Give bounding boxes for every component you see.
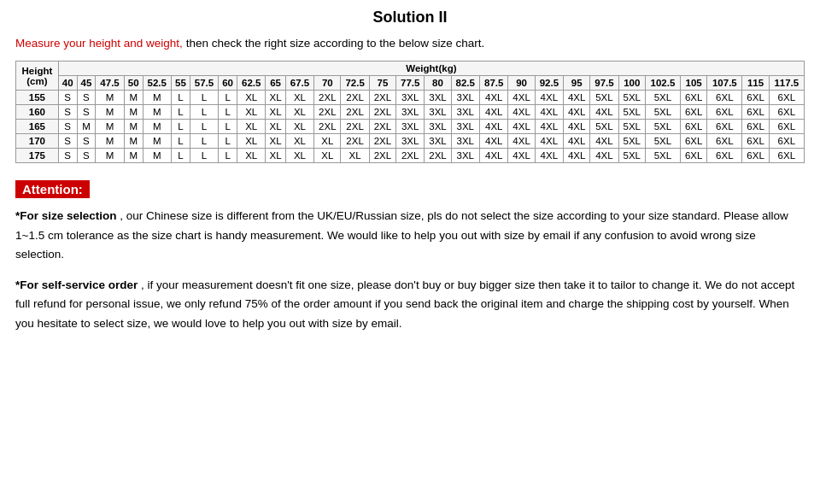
size-cell: 4XL (535, 91, 563, 105)
weight-col-header: 65 (266, 76, 285, 91)
weight-col-header: 92.5 (535, 76, 563, 91)
size-cell: 6XL (707, 149, 742, 163)
size-cell: 4XL (480, 105, 508, 120)
size-cell: XL (285, 105, 313, 120)
size-cell: 4XL (535, 120, 563, 134)
size-cell: M (124, 120, 143, 134)
size-cell: S (58, 91, 77, 105)
size-cell: 5XL (645, 149, 680, 163)
size-cell: M (96, 120, 124, 134)
weight-col-header: 95 (564, 76, 590, 91)
attention-section: Attention: *For size selection , our Chi… (15, 177, 805, 333)
size-cell: S (77, 91, 96, 105)
size-cell: XL (266, 91, 285, 105)
size-cell: 3XL (425, 134, 451, 149)
size-cell: L (190, 105, 218, 120)
para1-bold: *For size selection (15, 209, 117, 222)
size-cell: 3XL (395, 120, 424, 134)
size-cell: S (77, 134, 96, 149)
size-cell: 2XL (369, 149, 395, 163)
size-cell: 5XL (590, 91, 618, 105)
size-cell: XL (285, 134, 313, 149)
size-cell: M (143, 120, 171, 134)
size-cell: 4XL (564, 120, 590, 134)
size-cell: 4XL (590, 149, 618, 163)
size-cell: 3XL (395, 105, 424, 120)
weight-header: Weight(kg) (58, 62, 804, 76)
size-cell: M (96, 105, 124, 120)
size-cell: 4XL (508, 91, 535, 105)
size-cell: L (190, 149, 218, 163)
weight-col-header: 52.5 (143, 76, 171, 91)
size-cell: 4XL (590, 134, 618, 149)
height-cell: 160 (16, 105, 59, 120)
size-cell: 6XL (769, 105, 804, 120)
size-cell: 6XL (681, 134, 707, 149)
size-cell: 5XL (590, 120, 618, 134)
size-cell: S (58, 149, 77, 163)
size-cell: XL (266, 105, 285, 120)
size-cell: 4XL (590, 105, 618, 120)
size-cell: 4XL (535, 105, 563, 120)
size-cell: 2XL (341, 91, 369, 105)
size-cell: L (172, 105, 190, 120)
height-cell: 155 (16, 91, 59, 105)
weight-col-header: 62.5 (237, 76, 265, 91)
size-cell: M (124, 134, 143, 149)
size-cell: 6XL (707, 91, 742, 105)
size-cell: 6XL (707, 134, 742, 149)
size-cell: 6XL (681, 120, 707, 134)
size-cell: 5XL (618, 149, 645, 163)
size-cell: XL (285, 120, 313, 134)
size-cell: 6XL (742, 91, 769, 105)
size-cell: S (58, 120, 77, 134)
size-cell: 3XL (451, 134, 479, 149)
size-cell: XL (266, 149, 285, 163)
size-cell: 5XL (645, 120, 680, 134)
size-cell: M (124, 105, 143, 120)
size-cell: 3XL (451, 149, 479, 163)
size-cell: 4XL (480, 120, 508, 134)
size-cell: 2XL (341, 134, 369, 149)
size-cell: S (58, 105, 77, 120)
size-cell: 5XL (645, 91, 680, 105)
size-cell: 2XL (369, 105, 395, 120)
table-row: 175SSMMMLLLXLXLXLXLXL2XL2XL2XL3XL4XL4XL4… (16, 149, 805, 163)
size-cell: 2XL (314, 120, 341, 134)
size-cell: 6XL (769, 91, 804, 105)
weight-col-header: 75 (369, 76, 395, 91)
weight-col-header: 60 (219, 76, 237, 91)
size-cell: 5XL (618, 91, 645, 105)
height-cell: 165 (16, 120, 59, 134)
intro-highlight: Measure your height and weight, (15, 37, 183, 50)
weight-col-header: 82.5 (451, 76, 479, 91)
size-cell: L (172, 149, 190, 163)
weight-col-header: 67.5 (285, 76, 313, 91)
size-cell: 5XL (618, 120, 645, 134)
size-cell: 4XL (508, 134, 535, 149)
size-cell: XL (237, 134, 265, 149)
size-cell: M (143, 149, 171, 163)
size-cell: L (219, 134, 237, 149)
size-cell: 3XL (395, 91, 424, 105)
size-cell: XL (237, 149, 265, 163)
size-cell: 6XL (707, 120, 742, 134)
size-cell: 4XL (564, 149, 590, 163)
para-size-selection: *For size selection , our Chinese size i… (15, 207, 805, 264)
size-cell: 3XL (451, 120, 479, 134)
size-cell: L (172, 120, 190, 134)
size-cell: L (219, 105, 237, 120)
weight-col-header: 77.5 (395, 76, 424, 91)
weight-col-header: 100 (618, 76, 645, 91)
size-cell: 6XL (742, 105, 769, 120)
weight-col-header: 105 (681, 76, 707, 91)
size-cell: 6XL (681, 91, 707, 105)
weight-col-header: 72.5 (341, 76, 369, 91)
weight-col-header: 50 (124, 76, 143, 91)
size-cell: XL (314, 149, 341, 163)
weight-col-header: 80 (425, 76, 451, 91)
weight-col-header: 97.5 (590, 76, 618, 91)
size-cell: 4XL (564, 105, 590, 120)
table-row: 155SSMMMLLLXLXLXL2XL2XL2XL3XL3XL3XL4XL4X… (16, 91, 805, 105)
size-cell: M (96, 134, 124, 149)
